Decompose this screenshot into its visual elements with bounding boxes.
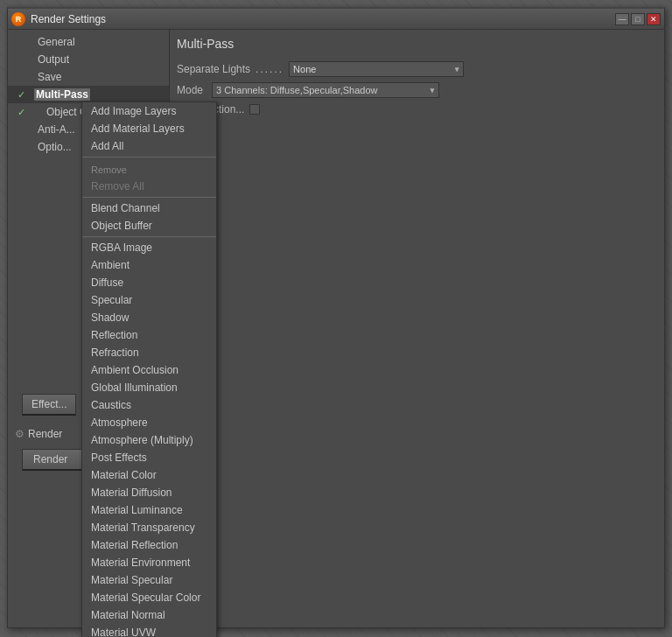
menu-item-16[interactable]: Material Transparency [82,519,216,536]
check-save [15,71,27,83]
titlebar-left: R Render Settings [11,12,106,26]
sidebar-label-save: Save [38,71,61,83]
sidebar-label-antialiasing: Anti-A... [38,123,75,136]
sidebar-item-multipass[interactable]: ✓ Multi-Pass [8,86,169,103]
menu-item-22[interactable]: Material UVW [82,624,216,637]
menu-add-all[interactable]: Add All [82,137,216,155]
menu-item-10[interactable]: Atmosphere [82,414,216,431]
menu-blend-channel[interactable]: Blend Channel [82,200,216,217]
menu-item-1[interactable]: Ambient [82,256,216,274]
menu-item-4[interactable]: Shadow [82,309,216,326]
menu-item-0[interactable]: RGBA Image [82,239,216,256]
mode-select-wrapper: 3 Channels: Diffuse,Specular,Shadow ▼ [212,82,439,98]
menu-remove-header: Remove [82,159,216,178]
menu-item-8[interactable]: Global Illumination [82,379,216,396]
menu-item-19[interactable]: Material Specular [82,571,216,589]
menu-add-image-layers[interactable]: Add Image Layers [82,102,216,120]
check-objectglow: ✓ [15,106,27,118]
app-icon: R [11,12,25,26]
menu-item-6[interactable]: Refraction [82,344,216,361]
main-panel: Multi-Pass Separate Lights ...... None P… [170,30,664,627]
check-multipass: ✓ [15,88,27,101]
sidebar-item-save[interactable]: Save [8,68,169,86]
separator-1 [82,157,216,158]
titlebar: R Render Settings — □ ✕ [8,9,664,30]
menu-item-18[interactable]: Material Environment [82,554,216,571]
render-label: Render [28,428,62,440]
separator-2 [82,197,216,198]
menu-remove-all[interactable]: Remove All [82,178,216,195]
sidebar-item-output[interactable]: Output [8,51,169,68]
window-title: Render Settings [31,13,106,25]
menu-item-9[interactable]: Caustics [82,396,216,414]
separate-lights-dots: ...... [256,63,284,75]
menu-item-3[interactable]: Specular [82,291,216,309]
separate-lights-label: Separate Lights [177,63,250,75]
menu-add-material-layers[interactable]: Add Material Layers [82,120,216,137]
separate-lights-select-wrapper: None Per Light All Lights ▼ [289,61,464,77]
menu-item-13[interactable]: Material Color [82,466,216,484]
mode-select[interactable]: 3 Channels: Diffuse,Specular,Shadow [212,82,439,98]
separate-lights-row: Separate Lights ...... None Per Light Al… [177,61,657,77]
sidebar-item-general[interactable]: General [8,33,169,51]
menu-item-5[interactable]: Reflection [82,326,216,344]
check-general [15,36,27,48]
window-controls: — □ ✕ [615,13,661,25]
context-menu: Add Image Layers Add Material Layers Add… [81,102,217,637]
menu-item-14[interactable]: Material Diffusion [82,484,216,501]
sidebar-label-options: Optio... [38,141,72,153]
minimize-button[interactable]: — [615,13,629,25]
sidebar-label-output: Output [38,53,69,66]
menu-items-list: RGBA ImageAmbientDiffuseSpecularShadowRe… [82,239,216,637]
sidebar-label-general: General [38,36,75,48]
gear-icon: ⚙ [15,428,24,440]
maximize-button[interactable]: □ [631,13,645,25]
menu-item-17[interactable]: Material Reflection [82,536,216,554]
mode-label: Mode [177,84,203,96]
correction-checkbox[interactable] [249,104,260,115]
menu-item-12[interactable]: Post Effects [82,449,216,466]
check-output [15,53,27,66]
menu-object-buffer[interactable]: Object Buffer [82,217,216,234]
render-settings-window: R Render Settings — □ ✕ General Output S… [7,7,665,628]
menu-item-2[interactable]: Diffuse [82,274,216,291]
menu-item-21[interactable]: Material Normal [82,606,216,624]
separate-lights-select[interactable]: None Per Light All Lights [289,61,464,77]
effect-button[interactable]: Effect... [22,394,76,416]
menu-item-15[interactable]: Material Luminance [82,501,216,519]
menu-item-11[interactable]: Atmosphere (Multiply) [82,431,216,449]
check-antialiasing [15,123,27,136]
check-options [15,141,27,153]
menu-item-7[interactable]: Ambient Occlusion [82,361,216,379]
mode-row: Mode 3 Channels: Diffuse,Specular,Shadow… [177,82,657,98]
correction-row: w Correction... [177,103,657,116]
panel-title: Multi-Pass [177,37,657,54]
sidebar-label-multipass: Multi-Pass [34,88,90,101]
menu-item-20[interactable]: Material Specular Color [82,589,216,606]
separator-3 [82,236,216,237]
close-button[interactable]: ✕ [647,13,661,25]
